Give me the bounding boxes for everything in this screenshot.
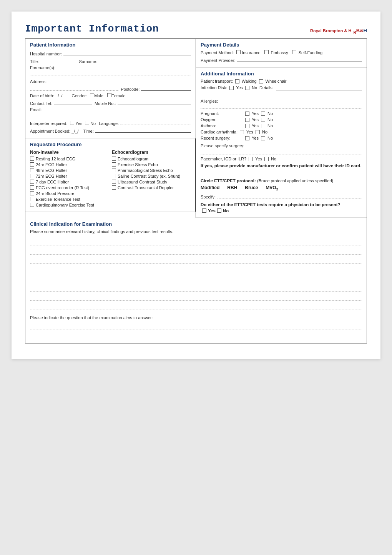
bp-checkbox[interactable] <box>30 191 34 195</box>
infection-no-checkbox[interactable] <box>245 86 249 90</box>
examination-question-row: Please indicate the question that the ex… <box>30 314 362 320</box>
resting-ecg-checkbox[interactable] <box>30 157 34 161</box>
clinical-line-8[interactable] <box>30 302 362 310</box>
7day-holter-checkbox[interactable] <box>30 180 34 184</box>
surname-field[interactable] <box>99 58 191 63</box>
asthma-yes-checkbox[interactable] <box>245 124 249 128</box>
oxygen-yes-label: Yes <box>252 117 259 122</box>
cpet-checkbox[interactable] <box>30 203 34 207</box>
72hr-holter-label: 72hr ECG Holter <box>36 174 67 178</box>
clinical-description: Please summarise relevant history, clini… <box>30 229 362 234</box>
pacemaker-row: Pacemaker, ICD or ILR? Yes No <box>201 157 362 161</box>
address-line2-field[interactable] <box>30 85 118 91</box>
surgery-no-label: No <box>267 136 273 140</box>
interpreter-no-label: No <box>90 121 96 126</box>
cpet-label: Cardiopulmonary Exercise Test <box>36 203 94 207</box>
language-label: Language: <box>99 121 119 126</box>
echo-checkbox[interactable] <box>112 157 116 161</box>
forename-field[interactable] <box>30 70 191 75</box>
allergies-field[interactable] <box>201 103 362 109</box>
infection-details-field[interactable] <box>276 85 362 90</box>
cardiac-no-checkbox[interactable] <box>256 130 260 134</box>
ecg-event-checkbox[interactable] <box>30 185 34 190</box>
hospital-logo-graphic: RB&H <box>354 28 367 33</box>
time-field[interactable] <box>95 127 191 133</box>
recent-surgery-label: Recent surgery: <box>201 136 243 140</box>
48hr-holter-checkbox[interactable] <box>30 168 34 172</box>
additional-info-title: Additional Information <box>201 71 362 77</box>
insurance-checkbox[interactable] <box>236 50 241 54</box>
oxygen-no-checkbox[interactable] <box>261 118 265 122</box>
specify-surgery-row: Please specify surgery: <box>201 142 362 148</box>
infection-row: Infection Risk: Yes No Details: <box>201 85 362 90</box>
postcode-field[interactable] <box>141 85 191 91</box>
surgery-yes-checkbox[interactable] <box>245 136 249 140</box>
mobile-field[interactable] <box>118 100 191 105</box>
exercise-stress-label: Exercise Stress Echo <box>118 162 158 167</box>
contrast-doppler-checkbox[interactable] <box>112 185 116 190</box>
clinical-line-2[interactable] <box>30 246 362 255</box>
hospital-number-field[interactable] <box>63 50 191 55</box>
clinical-line-5[interactable] <box>30 274 362 282</box>
clinical-answer-lines <box>30 322 362 339</box>
female-checkbox[interactable] <box>107 93 111 97</box>
email-field[interactable] <box>30 112 191 117</box>
interpreter-yes-checkbox[interactable] <box>70 121 74 125</box>
interpreter-yes-label: Yes <box>75 121 82 126</box>
mobile-label: Mobile No.: <box>95 101 116 106</box>
protocol-mvo2: MVO2 <box>266 185 278 191</box>
payment-provider-field[interactable] <box>237 57 362 62</box>
title-field[interactable] <box>40 58 75 63</box>
clinical-line-4[interactable] <box>30 265 362 273</box>
address-field[interactable] <box>48 78 191 83</box>
infection-yes-checkbox[interactable] <box>229 86 234 90</box>
ett-no-checkbox[interactable] <box>217 208 221 213</box>
oxygen-yes-checkbox[interactable] <box>245 118 249 122</box>
pacemaker-no-checkbox[interactable] <box>264 157 269 161</box>
walking-checkbox[interactable] <box>235 79 239 83</box>
self-funding-checkbox[interactable] <box>292 50 296 54</box>
clinical-line-7[interactable] <box>30 292 362 301</box>
email-label: Email: <box>30 107 42 112</box>
asthma-no-checkbox[interactable] <box>261 124 265 128</box>
pregnant-yes-checkbox[interactable] <box>245 112 249 116</box>
bruce-note: (Bruce protocol applied unless specified… <box>257 178 333 183</box>
pregnant-no-checkbox[interactable] <box>261 112 265 116</box>
cardiac-yes-checkbox[interactable] <box>240 130 244 134</box>
embassy-checkbox[interactable] <box>264 50 269 54</box>
pacemaker-yes-checkbox[interactable] <box>249 157 253 161</box>
clinical-line-3[interactable] <box>30 255 362 264</box>
specify-label: Specify: <box>201 195 216 199</box>
24hr-holter-checkbox[interactable] <box>30 162 34 167</box>
pacemaker-label: Pacemaker, ICD or ILR? <box>201 157 246 161</box>
interpreter-no-checkbox[interactable] <box>85 121 89 125</box>
time-label: Time: <box>83 129 94 133</box>
surgery-line2 <box>201 150 362 155</box>
contact-tel-field[interactable] <box>54 100 92 105</box>
proc-item-ett: Exercise Tolerance Test <box>30 197 109 202</box>
exercise-stress-checkbox[interactable] <box>112 162 116 167</box>
hospital-name: Royal Brompton & H <box>310 28 352 33</box>
clinical-line-6[interactable] <box>30 283 362 292</box>
language-field[interactable] <box>120 120 191 125</box>
specify-field[interactable] <box>217 193 362 198</box>
examination-question-field[interactable] <box>154 314 362 319</box>
wheelchair-checkbox[interactable] <box>259 79 263 83</box>
answer-line-2[interactable] <box>30 331 362 339</box>
72hr-holter-checkbox[interactable] <box>30 174 34 178</box>
title-label: Title: <box>30 59 39 64</box>
ultrasound-contrast-checkbox[interactable] <box>112 180 116 184</box>
answer-line-1[interactable] <box>30 322 362 330</box>
ett-checkbox[interactable] <box>30 197 34 201</box>
ett-yes-checkbox[interactable] <box>202 208 206 213</box>
clinical-line-1[interactable] <box>30 237 362 245</box>
protocol-bruce: Bruce <box>245 185 258 191</box>
pharma-checkbox[interactable] <box>112 168 116 172</box>
hospital-logo: Royal Brompton & H RB&H <box>310 28 367 35</box>
male-checkbox[interactable] <box>90 93 94 97</box>
saline-checkbox[interactable] <box>112 174 116 178</box>
surname-label: Surname: <box>79 59 97 64</box>
surgery-no-checkbox[interactable] <box>261 136 265 140</box>
id-card-field[interactable] <box>201 169 231 174</box>
specify-surgery-field[interactable] <box>246 142 362 147</box>
